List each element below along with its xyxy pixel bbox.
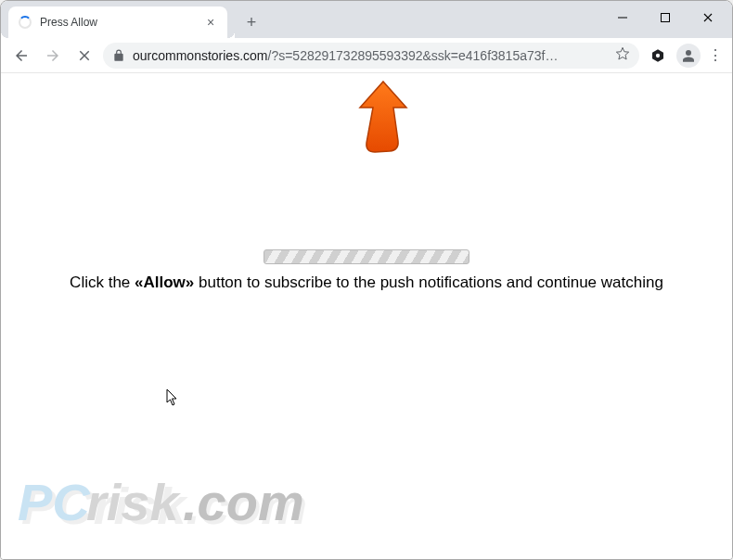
browser-window: Press Allow × + ourcommonstories.com/?s=… xyxy=(0,0,733,560)
instruction-text: Click the «Allow» button to subscribe to… xyxy=(51,274,682,292)
browser-tab[interactable]: Press Allow × xyxy=(8,6,227,38)
fake-progress-bar xyxy=(264,249,469,264)
tab-loading-spinner xyxy=(18,15,32,30)
tab-title: Press Allow xyxy=(40,16,196,29)
close-window-button[interactable] xyxy=(687,4,729,32)
back-button[interactable] xyxy=(8,43,34,69)
lock-icon xyxy=(112,49,125,62)
extension-badge[interactable] xyxy=(645,43,671,69)
bookmark-star-icon[interactable] xyxy=(615,46,630,64)
toolbar: ourcommonstories.com/?s=5282917328955933… xyxy=(1,38,732,73)
svg-rect-1 xyxy=(662,14,670,22)
svg-text:.com: .com xyxy=(183,473,304,531)
maximize-button[interactable] xyxy=(644,4,687,32)
mouse-cursor-icon xyxy=(166,388,181,407)
more-menu-button[interactable]: ⋮ xyxy=(706,43,725,69)
forward-button[interactable] xyxy=(40,43,66,69)
profile-avatar[interactable] xyxy=(676,44,701,68)
omnibox[interactable]: ourcommonstories.com/?s=5282917328955933… xyxy=(103,43,639,69)
svg-text:risk: risk xyxy=(86,473,181,531)
tab-close-button[interactable]: × xyxy=(203,15,218,30)
minimize-button[interactable] xyxy=(601,4,644,32)
new-tab-button[interactable]: + xyxy=(238,9,264,35)
window-controls xyxy=(601,4,729,32)
svg-text:PC: PC xyxy=(18,473,91,531)
svg-point-5 xyxy=(656,53,660,57)
stop-loading-button[interactable] xyxy=(71,43,97,69)
url-text: ourcommonstories.com/?s=5282917328955933… xyxy=(133,48,608,63)
svg-text:PCrisk.com: PCrisk.com xyxy=(21,477,307,535)
watermark-logo: PCrisk.com PC risk .com xyxy=(18,470,324,542)
page-content: Click the «Allow» button to subscribe to… xyxy=(1,73,732,559)
